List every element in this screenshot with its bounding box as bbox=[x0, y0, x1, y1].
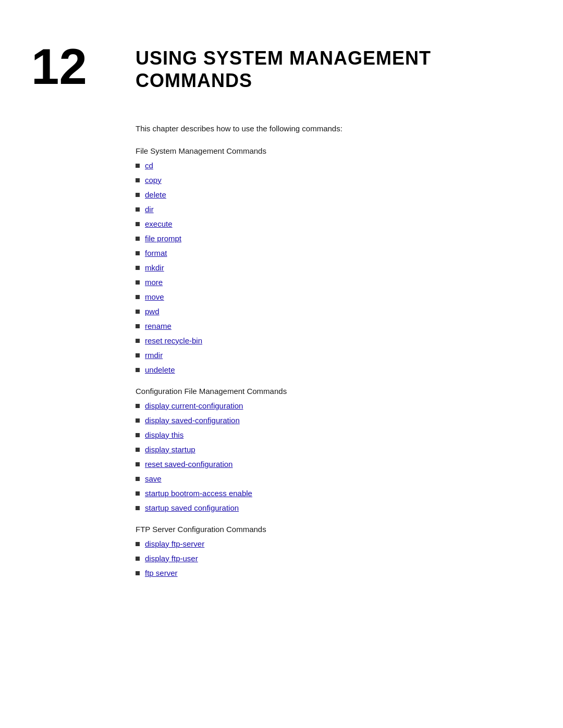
bullet-icon bbox=[136, 266, 140, 270]
command-link-display-ftp-server[interactable]: display ftp-server bbox=[145, 538, 204, 550]
command-link-display-ftp-user[interactable]: display ftp-user bbox=[145, 552, 198, 565]
bullet-icon bbox=[136, 295, 140, 299]
list-item: move bbox=[136, 291, 532, 303]
bullet-icon bbox=[136, 506, 140, 510]
list-item: more bbox=[136, 276, 532, 289]
chapter-title: Using System Management Commands bbox=[136, 42, 431, 92]
list-item: mkdir bbox=[136, 262, 532, 274]
list-item: startup bootrom-access enable bbox=[136, 487, 532, 500]
section-config-file: Configuration File Management Commands d… bbox=[136, 387, 532, 514]
list-item: pwd bbox=[136, 305, 532, 318]
list-item: display ftp-server bbox=[136, 538, 532, 550]
list-item: display startup bbox=[136, 443, 532, 456]
command-link-move[interactable]: move bbox=[145, 291, 164, 303]
command-link-ftp-server[interactable]: ftp server bbox=[145, 567, 178, 579]
bullet-icon bbox=[136, 339, 140, 343]
list-item: undelete bbox=[136, 364, 532, 376]
command-link-format[interactable]: format bbox=[145, 247, 167, 260]
bullet-icon bbox=[136, 193, 140, 197]
chapter-header: 12 Using System Management Commands bbox=[31, 42, 532, 92]
command-link-cd[interactable]: cd bbox=[145, 159, 153, 172]
command-link-file-prompt[interactable]: file prompt bbox=[145, 232, 181, 245]
list-item: file prompt bbox=[136, 232, 532, 245]
command-link-undelete[interactable]: undelete bbox=[145, 364, 175, 376]
intro-text: This chapter describes how to use the fo… bbox=[136, 123, 532, 135]
bullet-icon bbox=[136, 462, 140, 466]
bullet-icon bbox=[136, 222, 140, 226]
bullet-icon bbox=[136, 557, 140, 561]
section-heading-ftp-server: FTP Server Configuration Commands bbox=[136, 525, 532, 534]
chapter-number: 12 bbox=[31, 42, 136, 92]
list-item: rename bbox=[136, 320, 532, 332]
bullet-icon bbox=[136, 368, 140, 372]
bullet-icon bbox=[136, 310, 140, 314]
list-item: copy bbox=[136, 174, 532, 187]
bullet-icon bbox=[136, 353, 140, 357]
bullet-icon bbox=[136, 207, 140, 212]
list-item: ftp server bbox=[136, 567, 532, 579]
command-link-rename[interactable]: rename bbox=[145, 320, 172, 332]
command-link-display-this[interactable]: display this bbox=[145, 429, 183, 441]
list-item: reset recycle-bin bbox=[136, 335, 532, 347]
bullet-icon bbox=[136, 251, 140, 255]
command-link-pwd[interactable]: pwd bbox=[145, 305, 160, 318]
command-link-dir[interactable]: dir bbox=[145, 203, 154, 216]
bullet-icon bbox=[136, 542, 140, 546]
command-link-display-saved-configuration[interactable]: display saved-configuration bbox=[145, 414, 240, 427]
section-file-system: File System Management Commands cd copy … bbox=[136, 146, 532, 376]
list-item: rmdir bbox=[136, 349, 532, 362]
list-item: display saved-configuration bbox=[136, 414, 532, 427]
section-heading-config-file: Configuration File Management Commands bbox=[136, 387, 532, 396]
bullet-icon bbox=[136, 448, 140, 452]
content-area: This chapter describes how to use the fo… bbox=[136, 123, 532, 579]
command-link-reset-saved-configuration[interactable]: reset saved-configuration bbox=[145, 458, 232, 471]
bullet-icon bbox=[136, 178, 140, 182]
command-link-copy[interactable]: copy bbox=[145, 174, 162, 187]
bullet-icon bbox=[136, 237, 140, 241]
bullet-icon bbox=[136, 571, 140, 575]
list-item: format bbox=[136, 247, 532, 260]
bullet-icon bbox=[136, 324, 140, 328]
command-link-save[interactable]: save bbox=[145, 473, 162, 485]
command-link-rmdir[interactable]: rmdir bbox=[145, 349, 163, 362]
bullet-icon bbox=[136, 491, 140, 496]
list-item: display this bbox=[136, 429, 532, 441]
list-item: startup saved configuration bbox=[136, 502, 532, 514]
command-link-startup-bootrom-access-enable[interactable]: startup bootrom-access enable bbox=[145, 487, 252, 500]
command-list-config-file: display current-configuration display sa… bbox=[136, 400, 532, 514]
list-item: dir bbox=[136, 203, 532, 216]
list-item: reset saved-configuration bbox=[136, 458, 532, 471]
command-link-display-current-configuration[interactable]: display current-configuration bbox=[145, 400, 243, 412]
bullet-icon bbox=[136, 433, 140, 437]
command-list-ftp-server: display ftp-server display ftp-user ftp … bbox=[136, 538, 532, 579]
list-item: display current-configuration bbox=[136, 400, 532, 412]
command-link-reset-recycle-bin[interactable]: reset recycle-bin bbox=[145, 335, 202, 347]
bullet-icon bbox=[136, 418, 140, 423]
section-ftp-server: FTP Server Configuration Commands displa… bbox=[136, 525, 532, 579]
command-link-startup-saved-configuration[interactable]: startup saved configuration bbox=[145, 502, 239, 514]
section-heading-file-system: File System Management Commands bbox=[136, 146, 532, 155]
list-item: cd bbox=[136, 159, 532, 172]
list-item: execute bbox=[136, 218, 532, 230]
bullet-icon bbox=[136, 164, 140, 168]
command-link-more[interactable]: more bbox=[145, 276, 163, 289]
command-link-delete[interactable]: delete bbox=[145, 189, 166, 201]
page: 12 Using System Management Commands This… bbox=[0, 0, 563, 728]
command-link-execute[interactable]: execute bbox=[145, 218, 173, 230]
bullet-icon bbox=[136, 477, 140, 481]
command-link-display-startup[interactable]: display startup bbox=[145, 443, 195, 456]
bullet-icon bbox=[136, 404, 140, 408]
list-item: delete bbox=[136, 189, 532, 201]
list-item: display ftp-user bbox=[136, 552, 532, 565]
command-list-file-system: cd copy delete dir execute file prompt f… bbox=[136, 159, 532, 376]
command-link-mkdir[interactable]: mkdir bbox=[145, 262, 164, 274]
list-item: save bbox=[136, 473, 532, 485]
bullet-icon bbox=[136, 280, 140, 285]
